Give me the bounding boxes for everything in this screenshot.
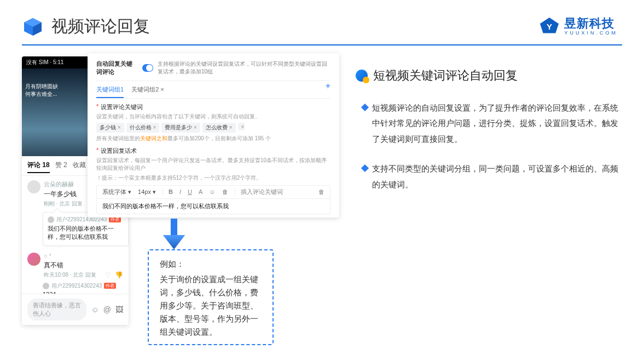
comment-2: ○ ᕑ 真不错 昨天10:08 · 北京 回复♡ 👎	[22, 248, 129, 281]
at-icon[interactable]: @	[103, 305, 111, 314]
keyword-group-tabs: 关键词组1 关键词组2 × +	[96, 81, 330, 99]
cube-icon	[22, 16, 44, 38]
reply-text-area[interactable]: 我们不同的版本价格不一样，您可以私信联系我	[97, 199, 330, 214]
italic-button[interactable]: I	[179, 188, 181, 195]
like-dislike-icons[interactable]: ♡ 👎	[105, 271, 123, 279]
example-body: 关于询价的设置成一组关键词，多少钱、什么价格，费用多少等。关于咨询班型、版本、型…	[160, 273, 262, 339]
example-box: 例如： 关于询价的设置成一组关键词，多少钱、什么价格，费用多少等。关于咨询班型、…	[148, 249, 274, 345]
section-header: 短视频关键词评论自动回复	[356, 67, 622, 84]
screenshot-area: 没有 SIM · 5:11◧ 月有阴晴圆缺 何事古难全... 评论 18 赞 2…	[22, 56, 328, 207]
svg-text:Y: Y	[547, 21, 552, 31]
brand-text: 昱新科技 YUUXIN.COM	[564, 17, 618, 36]
svg-marker-7	[163, 235, 185, 249]
bold-button[interactable]: B	[163, 188, 173, 195]
header-left: 视频评论回复	[22, 15, 150, 38]
comment-input[interactable]: 善语结善缘，恶言伤人心	[27, 299, 86, 321]
avatar	[27, 253, 40, 266]
add-tab-icon[interactable]: +	[326, 81, 330, 94]
description-column: 短视频关键词评论自动回复 短视频评论的自动回复设置，为了提升作者的评论回复效率，…	[345, 56, 622, 207]
dot-icon	[356, 70, 368, 82]
page-title: 视频评论回复	[51, 15, 150, 38]
toggle-switch[interactable]	[142, 64, 153, 72]
emoji-icon[interactable]: ☺	[91, 305, 98, 314]
bullet-2: 支持不同类型的关键词分组，同一类问题，可设置多个相近的、高频的关键词。	[362, 161, 622, 192]
rich-text-editor[interactable]: 系统字体 ▾ 14px ▾ B I U A ☺ 🗑 插入评论关键词 🗑 我们不同…	[96, 185, 330, 214]
tab-comments[interactable]: 评论 18	[27, 161, 50, 173]
bullets: 短视频评论的自动回复设置，为了提升作者的评论回复效率，在系统中针对常见的评论用户…	[356, 100, 622, 193]
example-title: 例如：	[160, 259, 262, 270]
bullet-1: 短视频评论的自动回复设置，为了提升作者的评论回复效率，在系统中针对常见的评论用户…	[362, 100, 622, 147]
align-button[interactable]: A	[199, 188, 202, 195]
settings-header: 自动回复关键词评论 支持根据评论的关键词设置回复话术，可以针对不同类型关键词设置…	[96, 60, 330, 81]
tab-fav[interactable]: 收藏	[73, 161, 86, 173]
brand-logo: Y 昱新科技 YUUXIN.COM	[539, 16, 618, 37]
cursor	[238, 123, 245, 130]
user-icon	[48, 216, 54, 223]
svg-rect-5	[171, 219, 177, 236]
avatar	[27, 180, 40, 193]
page-header: 视频评论回复 Y 昱新科技 YUUXIN.COM	[0, 0, 644, 44]
brand-icon: Y	[539, 16, 560, 37]
tab-group-1[interactable]: 关键词组1	[96, 85, 124, 98]
tab-group-2[interactable]: 关键词组2 ×	[131, 85, 164, 98]
kw-note: 所有关键词组里的关键词之和最多可添加200个，目前剩余可添加 195 个	[96, 135, 330, 142]
underline-button[interactable]: U	[188, 188, 192, 195]
reply-title: 设置回复话术	[96, 147, 330, 155]
arrow-down-icon	[160, 219, 188, 250]
kw-title: 设置评论关键词	[96, 103, 330, 111]
size-select[interactable]: 14px ▾	[138, 188, 156, 196]
font-select[interactable]: 系统字体 ▾	[102, 188, 131, 196]
delete-row-button[interactable]: 🗑	[318, 188, 324, 195]
tab-likes[interactable]: 赞 2	[55, 161, 67, 173]
emoji-button[interactable]: ☺	[209, 188, 215, 195]
brand-name: 昱新科技	[564, 17, 618, 30]
toolbar-row: 系统字体 ▾ 14px ▾ B I U A ☺ 🗑 插入评论关键词 🗑	[97, 186, 330, 199]
keyword-tags[interactable]: 多少钱 什么价格 费用是多少 怎么收费	[96, 123, 330, 133]
image-icon[interactable]: 🖼	[115, 305, 123, 314]
video-caption: 月有阴晴圆缺 何事古难全...	[25, 83, 63, 98]
brand-url: YUUXIN.COM	[564, 31, 618, 36]
settings-panel: 自动回复关键词评论 支持根据评论的关键词设置回复话术，可以针对不同类型关键词设置…	[88, 53, 339, 218]
delete-button[interactable]: 🗑	[222, 188, 228, 195]
section-title: 短视频关键词评论自动回复	[373, 67, 518, 84]
comment-input-bar: 善语结善缘，恶言伤人心 ☺ @ 🖼	[22, 294, 129, 325]
insert-keyword-button[interactable]: 插入评论关键词	[235, 188, 283, 196]
user-icon	[43, 283, 49, 289]
